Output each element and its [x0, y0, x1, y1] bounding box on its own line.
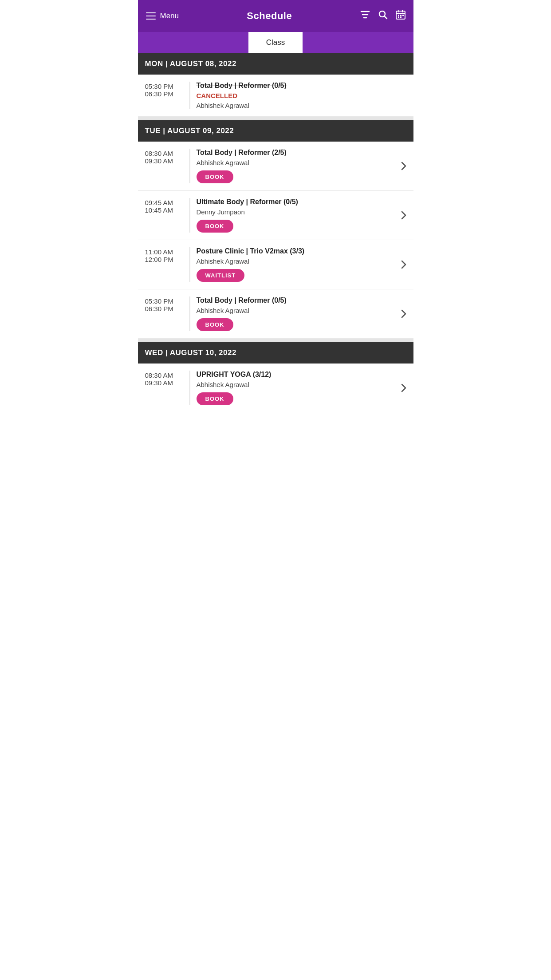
svg-rect-9 [398, 16, 399, 18]
time-divider [189, 82, 190, 109]
svg-rect-6 [398, 15, 399, 16]
book-button[interactable]: BOOK [197, 220, 233, 233]
class-info: Total Body | Reformer (0/5)CANCELLEDAbhi… [197, 82, 406, 109]
hamburger-icon [146, 12, 156, 20]
class-info: Total Body | Reformer (0/5)Abhishek Agra… [197, 296, 397, 331]
time-column: 05:30 PM06:30 PM [145, 296, 189, 331]
start-time: 05:30 PM [145, 83, 184, 90]
end-time: 06:30 PM [145, 305, 184, 312]
instructor-name: Abhishek Agrawal [197, 307, 397, 314]
chevron-right-icon [397, 371, 406, 405]
instructor-name: Abhishek Agrawal [197, 102, 406, 109]
start-time: 11:00 AM [145, 248, 184, 256]
class-item-tue-class-1[interactable]: 08:30 AM09:30 AMTotal Body | Reformer (2… [138, 142, 413, 191]
class-name: Ultimate Body | Reformer (0/5) [197, 198, 397, 206]
end-time: 06:30 PM [145, 90, 184, 98]
page-title: Schedule [247, 10, 292, 22]
class-info: Ultimate Body | Reformer (0/5)Denny Jump… [197, 198, 397, 233]
menu-button[interactable]: Menu [146, 12, 179, 20]
chevron-right-icon [397, 247, 406, 282]
calendar-icon[interactable] [396, 10, 405, 22]
date-header-wed-aug-10: WED | AUGUST 10, 2022 [138, 342, 413, 364]
end-time: 10:45 AM [145, 206, 184, 214]
time-divider [189, 371, 190, 405]
time-column: 08:30 AM09:30 AM [145, 149, 189, 183]
class-info: Total Body | Reformer (2/5)Abhishek Agra… [197, 149, 397, 183]
start-time: 08:30 AM [145, 150, 184, 157]
book-button[interactable]: BOOK [197, 170, 233, 183]
time-column: 11:00 AM12:00 PM [145, 247, 189, 282]
svg-rect-10 [400, 16, 401, 18]
class-name: Total Body | Reformer (0/5) [197, 82, 406, 90]
chevron-right-icon [397, 198, 406, 233]
svg-line-1 [384, 16, 387, 19]
end-time: 12:00 PM [145, 256, 184, 263]
instructor-name: Abhishek Agrawal [197, 257, 397, 265]
svg-rect-7 [400, 15, 401, 16]
start-time: 09:45 AM [145, 199, 184, 206]
time-column: 08:30 AM09:30 AM [145, 371, 189, 405]
section-divider [138, 339, 413, 342]
instructor-name: Denny Jumpaon [197, 208, 397, 216]
filter-icon[interactable] [360, 10, 370, 22]
class-item-mon-class-1[interactable]: 05:30 PM06:30 PMTotal Body | Reformer (0… [138, 75, 413, 117]
class-info: Posture Clinic | Trio V2max (3/3)Abhishe… [197, 247, 397, 282]
end-time: 09:30 AM [145, 157, 184, 165]
time-divider [189, 149, 190, 183]
section-divider [138, 117, 413, 120]
search-icon[interactable] [378, 10, 388, 22]
book-button[interactable]: BOOK [197, 318, 233, 331]
chevron-right-icon [397, 149, 406, 183]
time-column: 05:30 PM06:30 PM [145, 82, 189, 109]
waitlist-button[interactable]: WAITLIST [197, 269, 245, 282]
class-item-wed-class-1[interactable]: 08:30 AM09:30 AMUPRIGHT YOGA (3/12)Abhis… [138, 364, 413, 412]
tab-bar: Class [138, 32, 413, 53]
class-item-tue-class-2[interactable]: 09:45 AM10:45 AMUltimate Body | Reformer… [138, 191, 413, 240]
svg-rect-8 [402, 15, 404, 16]
cancelled-label: CANCELLED [197, 92, 406, 99]
instructor-name: Abhishek Agrawal [197, 381, 397, 388]
class-name: Posture Clinic | Trio V2max (3/3) [197, 247, 397, 255]
class-name: Total Body | Reformer (2/5) [197, 149, 397, 157]
date-header-tue-aug-09: TUE | AUGUST 09, 2022 [138, 120, 413, 142]
instructor-name: Abhishek Agrawal [197, 159, 397, 166]
chevron-right-icon [397, 296, 406, 331]
schedule-container: MON | AUGUST 08, 202205:30 PM06:30 PMTot… [138, 53, 413, 412]
book-button[interactable]: BOOK [197, 392, 233, 405]
app-header: Menu Schedule [138, 0, 413, 32]
start-time: 05:30 PM [145, 297, 184, 305]
class-name: UPRIGHT YOGA (3/12) [197, 371, 397, 379]
menu-label: Menu [160, 12, 179, 20]
time-divider [189, 247, 190, 282]
tab-class[interactable]: Class [248, 32, 303, 53]
header-actions [360, 10, 405, 22]
date-header-mon-aug-08: MON | AUGUST 08, 2022 [138, 53, 413, 75]
end-time: 09:30 AM [145, 379, 184, 387]
time-divider [189, 198, 190, 233]
time-column: 09:45 AM10:45 AM [145, 198, 189, 233]
class-name: Total Body | Reformer (0/5) [197, 296, 397, 304]
class-item-tue-class-4[interactable]: 05:30 PM06:30 PMTotal Body | Reformer (0… [138, 289, 413, 339]
time-divider [189, 296, 190, 331]
class-info: UPRIGHT YOGA (3/12)Abhishek AgrawalBOOK [197, 371, 397, 405]
class-item-tue-class-3[interactable]: 11:00 AM12:00 PMPosture Clinic | Trio V2… [138, 240, 413, 289]
start-time: 08:30 AM [145, 371, 184, 379]
